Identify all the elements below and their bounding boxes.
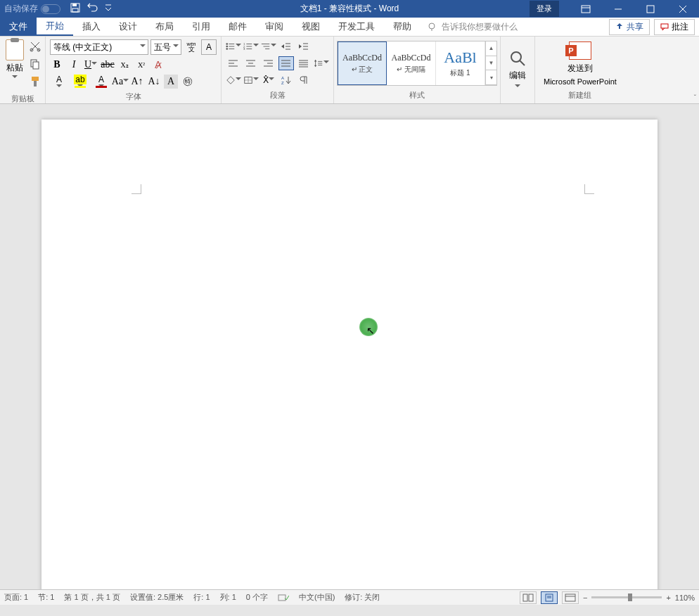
status-bar: 页面: 1 节: 1 第 1 页，共 1 页 设置值: 2.5厘米 行: 1 列… [0, 589, 699, 605]
align-right-button[interactable] [261, 56, 276, 70]
underline-button[interactable]: U [84, 58, 98, 72]
status-words[interactable]: 0 个字 [246, 592, 268, 603]
line-spacing-button[interactable] [314, 56, 329, 70]
tab-help[interactable]: 帮助 [384, 18, 421, 36]
zoom-thumb[interactable] [628, 593, 632, 601]
comments-button[interactable]: 批注 [654, 19, 695, 35]
svg-rect-12 [661, 24, 668, 28]
svg-rect-4 [582, 6, 590, 13]
status-position[interactable]: 设置值: 2.5厘米 [130, 592, 184, 603]
borders-button[interactable] [243, 73, 259, 87]
gallery-down-icon[interactable]: ▼ [486, 56, 496, 71]
style-normal[interactable]: AaBbCcDd ↵ 正文 [338, 41, 387, 85]
close-icon[interactable] [667, 0, 699, 18]
shading-button[interactable] [226, 73, 241, 87]
gallery-up-icon[interactable]: ▲ [486, 41, 496, 56]
zoom-out-button[interactable]: − [583, 593, 587, 602]
minimize-icon[interactable] [602, 0, 634, 18]
find-icon[interactable] [509, 50, 526, 67]
align-center-button[interactable] [243, 56, 259, 70]
status-column[interactable]: 列: 1 [220, 592, 236, 603]
grow-font-button[interactable]: A↑ [130, 75, 144, 89]
asian-layout-button[interactable]: X̂ [261, 73, 276, 87]
bold-button[interactable]: B [50, 58, 64, 72]
font-color-button[interactable]: A [92, 75, 110, 89]
style-name: 标题 1 [450, 68, 470, 78]
align-justify-button[interactable] [278, 56, 294, 70]
send-to-ppt-button[interactable]: 发送到 Microsoft PowerPoint [538, 38, 622, 89]
style-nospacing[interactable]: AaBbCcDd ↵ 无间隔 [387, 41, 436, 85]
maximize-icon[interactable] [634, 0, 667, 18]
tab-file[interactable]: 文件 [0, 18, 37, 36]
collapse-ribbon-icon[interactable]: ˇ [694, 94, 696, 102]
status-section[interactable]: 节: 1 [38, 592, 54, 603]
tab-developer[interactable]: 开发工具 [329, 18, 384, 36]
char-shading-button[interactable]: A [164, 75, 178, 89]
show-marks-button[interactable] [296, 73, 312, 87]
page[interactable]: ↖ [41, 120, 658, 589]
gallery-more-icon[interactable]: ▾ [486, 70, 496, 85]
shrink-font-button[interactable]: A↓ [147, 75, 161, 89]
numbering-button[interactable]: 123 [243, 39, 259, 53]
autosave-toggle[interactable]: 自动保存 [0, 3, 65, 15]
status-language[interactable]: 中文(中国) [299, 592, 335, 603]
status-page[interactable]: 页面: 1 [4, 592, 28, 603]
clear-format-button[interactable]: A̷ [151, 58, 165, 72]
status-spellcheck-icon[interactable] [278, 593, 289, 603]
superscript-button[interactable]: X² [134, 58, 148, 72]
paste-button[interactable]: 粘贴 [3, 38, 27, 82]
ribbon-display-icon[interactable] [570, 0, 602, 18]
enclose-char-button[interactable]: ㊕ [181, 75, 195, 89]
phonetic-guide-button[interactable]: wén文 [184, 39, 199, 55]
align-left-button[interactable] [226, 56, 241, 70]
tab-home[interactable]: 开始 [37, 18, 73, 36]
tell-me-search[interactable]: 告诉我你想要做什么 [428, 18, 518, 36]
text-effects-button[interactable]: A [50, 75, 68, 89]
qat-customize-icon[interactable] [105, 4, 111, 14]
increase-indent-button[interactable] [296, 39, 312, 53]
save-icon[interactable] [70, 3, 80, 15]
zoom-slider[interactable] [591, 596, 662, 598]
subscript-button[interactable]: X₂ [117, 58, 132, 72]
strikethrough-button[interactable]: abc [101, 58, 115, 72]
chevron-down-icon [253, 77, 259, 83]
font-size-combo[interactable]: 五号 [150, 39, 181, 55]
style-heading1[interactable]: AaBl 标题 1 [436, 41, 485, 85]
tab-mailings[interactable]: 邮件 [219, 18, 256, 36]
italic-button[interactable]: I [67, 58, 81, 72]
document-area[interactable]: ↖ [0, 104, 699, 589]
svg-rect-16 [33, 62, 39, 69]
align-distribute-button[interactable] [296, 56, 312, 70]
tab-layout[interactable]: 布局 [146, 18, 183, 36]
view-read-icon[interactable] [520, 591, 537, 604]
highlight-button[interactable]: ab [71, 75, 89, 89]
sort-button[interactable]: AZ [278, 73, 294, 87]
tab-references[interactable]: 引用 [183, 18, 219, 36]
zoom-in-button[interactable]: + [666, 593, 670, 602]
undo-icon[interactable] [87, 3, 98, 15]
decrease-indent-button[interactable] [278, 39, 294, 53]
status-pages[interactable]: 第 1 页，共 1 页 [64, 592, 120, 603]
format-painter-button[interactable] [30, 76, 41, 89]
status-track[interactable]: 修订: 关闭 [345, 592, 380, 603]
toggle-icon [41, 4, 60, 14]
copy-button[interactable] [30, 58, 41, 72]
char-border-button[interactable]: A [201, 39, 217, 55]
tab-review[interactable]: 审阅 [256, 18, 293, 36]
status-line[interactable]: 行: 1 [193, 592, 210, 603]
share-button[interactable]: 共享 [609, 19, 650, 35]
tab-view[interactable]: 视图 [293, 18, 329, 36]
multilevel-list-button[interactable] [261, 39, 276, 53]
svg-point-10 [429, 23, 435, 29]
tab-design[interactable]: 设计 [110, 18, 146, 36]
change-case-button[interactable]: Aa [113, 75, 127, 89]
bullets-button[interactable] [226, 39, 241, 53]
cut-button[interactable] [30, 41, 41, 54]
login-button[interactable]: 登录 [530, 1, 559, 17]
edit-label[interactable]: 编辑 [509, 70, 526, 82]
tab-insert[interactable]: 插入 [73, 18, 110, 36]
view-print-icon[interactable] [541, 591, 558, 604]
zoom-level[interactable]: 110% [675, 593, 695, 602]
view-web-icon[interactable] [562, 591, 579, 604]
font-name-combo[interactable]: 等线 (中文正文) [50, 39, 148, 55]
